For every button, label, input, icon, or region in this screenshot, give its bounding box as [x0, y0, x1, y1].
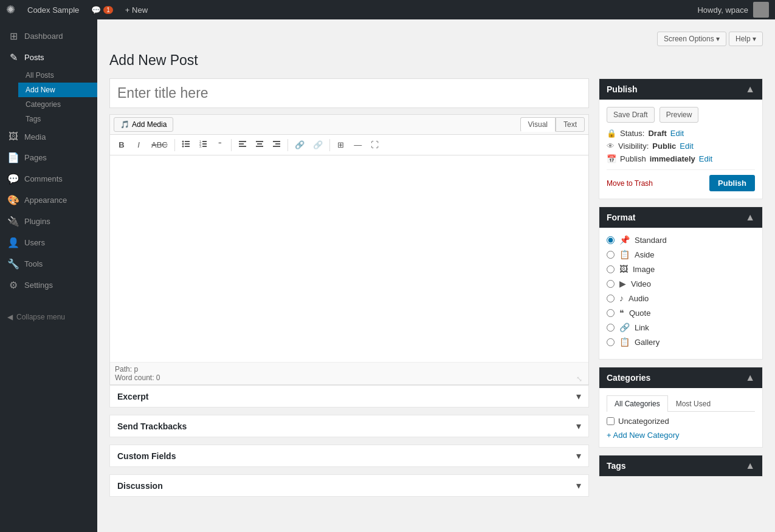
save-draft-button[interactable]: Save Draft: [607, 107, 655, 123]
sidebar-item-comments[interactable]: 💬 Comments: [0, 168, 97, 189]
metabox-custom-fields-header[interactable]: Custom Fields ▾: [110, 445, 588, 466]
sidebar-item-label: Plugins: [24, 217, 50, 226]
visibility-edit-link[interactable]: Edit: [680, 142, 693, 151]
sidebar-item-settings[interactable]: ⚙ Settings: [0, 275, 97, 296]
svg-point-0: [182, 141, 184, 143]
categories-toggle-icon[interactable]: ▲: [745, 372, 755, 383]
move-to-trash-link[interactable]: Move to Trash: [607, 179, 653, 188]
publish-label: Publish: [620, 154, 646, 163]
editor-toolbar-wrap: 🎵 Add Media Visual Text: [109, 114, 589, 385]
align-left-button[interactable]: [235, 137, 250, 152]
bold-button[interactable]: B: [114, 138, 129, 152]
publish-time-edit-link[interactable]: Edit: [699, 154, 712, 163]
format-toolbar: B I ABC 1.2.3. ": [110, 135, 588, 155]
comments-icon: 💬: [7, 173, 19, 185]
metabox-trackbacks-header[interactable]: Send Trackbacks ▾: [110, 415, 588, 437]
sidebar-item-all-posts[interactable]: All Posts: [18, 68, 97, 83]
format-link-radio[interactable]: [607, 324, 615, 332]
avatar[interactable]: [753, 2, 769, 18]
sidebar-item-plugins[interactable]: 🔌 Plugins: [0, 211, 97, 232]
format-gallery: 📋 Gallery: [607, 337, 755, 347]
ordered-list-button[interactable]: 1.2.3.: [195, 137, 211, 152]
strikethrough-button[interactable]: ABC: [148, 138, 171, 152]
publish-button[interactable]: Publish: [709, 175, 755, 191]
status-edit-link[interactable]: Edit: [670, 129, 684, 138]
format-audio: ♪ Audio: [607, 293, 755, 303]
adminbar-site[interactable]: Codex Sample: [21, 5, 85, 15]
format-image-radio[interactable]: [607, 265, 615, 273]
collapse-menu-button[interactable]: ◀ Collapse menu: [0, 308, 97, 326]
svg-rect-11: [202, 146, 207, 147]
adminbar-new[interactable]: + New: [119, 5, 154, 15]
posts-icon: ✎: [7, 52, 19, 63]
comment-count: 1: [103, 6, 113, 14]
sidebar-item-tags[interactable]: Tags: [18, 112, 97, 126]
metabox-custom-fields-title: Custom Fields: [117, 451, 176, 461]
sidebar-item-add-new[interactable]: Add New: [18, 83, 97, 97]
word-count-value: 0: [156, 373, 160, 382]
format-standard-radio[interactable]: [607, 236, 615, 244]
format-quote: ❝ Quote: [607, 308, 755, 318]
sidebar-item-posts[interactable]: ✎ Posts: [0, 47, 97, 68]
more-button[interactable]: —: [350, 138, 366, 152]
metabox-discussion-header[interactable]: Discussion ▾: [110, 475, 588, 496]
site-name: Codex Sample: [27, 5, 79, 15]
metabox-excerpt-header[interactable]: Excerpt ▾: [110, 386, 588, 407]
publish-panel-header: Publish ▲: [599, 79, 762, 100]
blockquote-button[interactable]: ": [212, 138, 228, 152]
format-gallery-radio[interactable]: [607, 338, 615, 346]
publish-toggle-icon[interactable]: ▲: [745, 84, 755, 95]
sidebar-item-media[interactable]: 🖼 Media: [0, 126, 97, 147]
format-quote-radio[interactable]: [607, 309, 615, 317]
format-video-radio[interactable]: [607, 280, 615, 288]
image-format-icon: 🖼: [619, 264, 628, 274]
path-label: Path:: [115, 365, 132, 373]
add-new-category-link[interactable]: + Add New Category: [607, 431, 680, 440]
sidebar-item-categories[interactable]: Categories: [18, 97, 97, 112]
align-center-button[interactable]: [252, 137, 267, 152]
categories-panel-header: Categories ▲: [599, 367, 762, 388]
post-title-input[interactable]: [109, 78, 589, 108]
uncategorized-checkbox[interactable]: [607, 417, 615, 425]
category-item: Uncategorized: [607, 417, 755, 426]
svg-rect-3: [185, 143, 190, 145]
sidebar-item-users[interactable]: 👤 Users: [0, 232, 97, 253]
admin-bar: ✺ Codex Sample 💬 1 + New Howdy, wpace: [0, 0, 775, 19]
visual-tab[interactable]: Visual: [520, 117, 556, 132]
path-value: p: [134, 365, 138, 373]
italic-button[interactable]: I: [131, 138, 146, 152]
format-aside-radio[interactable]: [607, 251, 615, 259]
help-button[interactable]: Help ▾: [729, 32, 763, 46]
editor-resize-handle[interactable]: ⤡: [576, 375, 584, 382]
screen-options-button[interactable]: Screen Options ▾: [657, 32, 726, 46]
link-button[interactable]: 🔗: [291, 138, 308, 152]
svg-point-2: [182, 143, 184, 145]
appearance-icon: 🎨: [7, 194, 19, 206]
sidebar-item-appearance[interactable]: 🎨 Appearance: [0, 189, 97, 211]
text-tab[interactable]: Text: [556, 117, 585, 132]
collapse-icon: ◀: [7, 313, 13, 321]
format-audio-radio[interactable]: [607, 295, 615, 302]
add-media-button[interactable]: 🎵 Add Media: [114, 117, 173, 132]
tags-panel-title: Tags: [607, 461, 626, 471]
align-right-button[interactable]: [269, 137, 284, 152]
sidebar-item-dashboard[interactable]: ⊞ Dashboard: [0, 26, 97, 47]
insert-button[interactable]: ⊞: [333, 138, 349, 152]
sidebar-item-pages[interactable]: 📄 Pages: [0, 147, 97, 168]
tags-toggle-icon[interactable]: ▲: [745, 460, 755, 471]
tags-panel-header: Tags ▲: [599, 455, 762, 476]
all-categories-tab[interactable]: All Categories: [607, 395, 668, 412]
sidebar-item-tools[interactable]: 🔧 Tools: [0, 253, 97, 275]
adminbar-comments[interactable]: 💬 1: [85, 5, 119, 15]
unlink-button[interactable]: 🔗: [309, 138, 326, 152]
fullscreen-button[interactable]: ⛶: [367, 138, 383, 152]
most-used-tab[interactable]: Most Used: [668, 395, 718, 412]
categories-panel-title: Categories: [607, 373, 650, 383]
all-posts-label: All Posts: [26, 71, 54, 80]
wp-logo-icon[interactable]: ✺: [6, 3, 15, 16]
unordered-list-button[interactable]: [178, 137, 194, 152]
editor-tabs-row: 🎵 Add Media Visual Text: [110, 115, 588, 135]
preview-button[interactable]: Preview: [660, 107, 699, 123]
format-toggle-icon[interactable]: ▲: [745, 212, 755, 223]
editor-body[interactable]: [110, 155, 588, 362]
